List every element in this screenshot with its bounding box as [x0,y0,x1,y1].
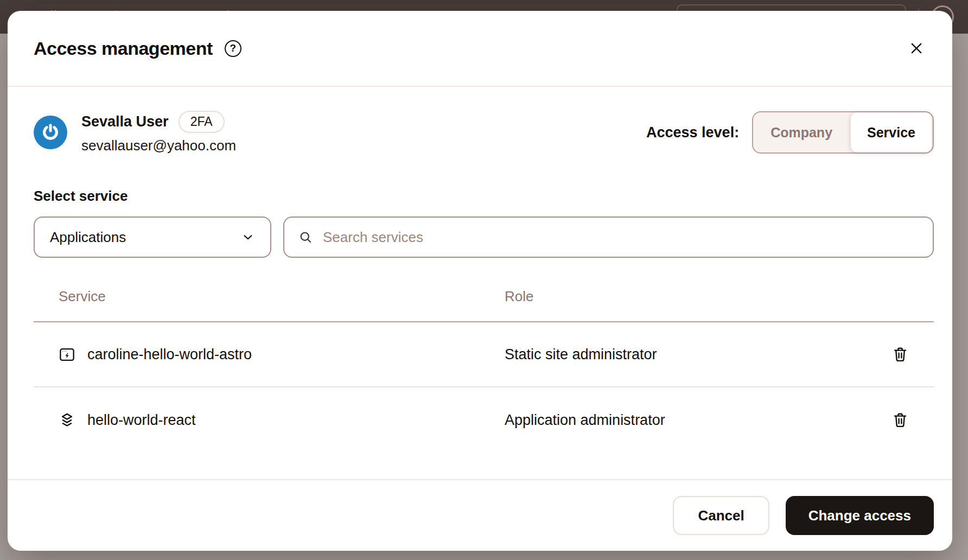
col-service: Service [59,288,505,305]
select-service-label: Select service [34,188,934,205]
service-type-value: Applications [50,229,126,246]
toggle-option-service[interactable]: Service [851,112,932,152]
service-name: caroline-hello-world-astro [87,346,252,363]
service-role: Application administrator [505,412,888,429]
help-circle-icon[interactable]: ? [225,40,241,57]
table-row: caroline-hello-world-astro Static site a… [34,322,934,387]
search-icon [298,230,313,245]
user-avatar [34,116,67,149]
static-site-icon [59,346,75,363]
table-row: hello-world-react Application administra… [34,387,934,453]
trash-icon[interactable] [888,408,912,432]
dialog-body: Sevalla User 2FA sevallauser@yahoo.com A… [8,87,952,479]
change-access-button[interactable]: Change access [786,496,934,535]
dialog-header: Access management ? [8,11,952,87]
2fa-badge: 2FA [179,111,225,133]
services-table: Service Role caroline-hell [34,288,934,453]
service-name: hello-world-react [87,412,196,429]
trash-icon[interactable] [888,342,912,366]
user-name: Sevalla User [81,113,169,130]
access-level-toggle: Company Service [752,111,934,154]
toggle-option-company[interactable]: Company [753,112,850,152]
table-header: Service Role [34,288,934,322]
user-email: sevallauser@yahoo.com [81,137,236,154]
service-type-dropdown[interactable]: Applications [34,217,271,258]
dialog-footer: Cancel Change access [8,479,952,551]
service-search-input[interactable] [323,229,919,246]
access-management-dialog: Access management ? Sevalla User [8,11,952,551]
application-icon [59,412,75,429]
access-level-label: Access level: [646,124,739,141]
service-role: Static site administrator [505,346,888,363]
col-role: Role [505,288,888,305]
close-icon[interactable] [906,37,927,59]
cancel-button[interactable]: Cancel [673,496,769,535]
chevron-down-icon [241,230,255,244]
service-search [283,217,934,258]
user-row: Sevalla User 2FA sevallauser@yahoo.com A… [34,111,934,154]
dialog-title: Access management [34,38,213,59]
